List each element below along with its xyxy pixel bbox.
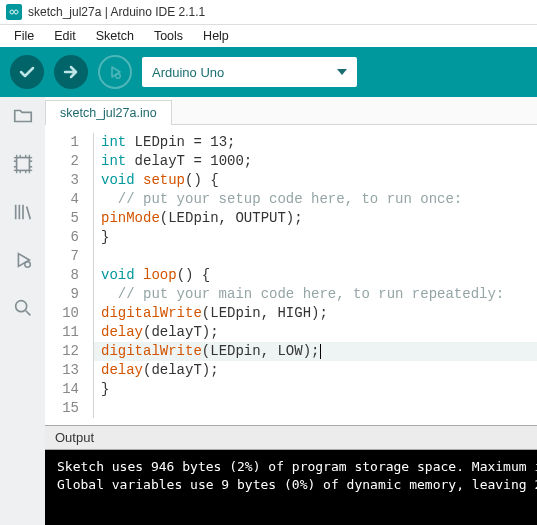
svg-point-3 xyxy=(15,301,26,312)
code-line[interactable]: // put your setup code here, to run once… xyxy=(93,190,537,209)
upload-button[interactable] xyxy=(54,55,88,89)
activity-bar xyxy=(0,97,45,525)
output-panel-body: Sketch uses 946 bytes (2%) of program st… xyxy=(45,450,537,525)
code-line[interactable]: delay(delayT); xyxy=(93,361,537,380)
code-editor[interactable]: 123456789101112131415 int LEDpin = 13;in… xyxy=(45,125,537,425)
debug-panel-icon[interactable] xyxy=(10,247,36,273)
code-line[interactable]: } xyxy=(93,380,537,399)
editor-tabs: sketch_jul27a.ino xyxy=(45,97,537,125)
output-panel-header[interactable]: Output xyxy=(45,425,537,450)
menu-file[interactable]: File xyxy=(4,27,44,45)
line-gutter: 123456789101112131415 xyxy=(45,133,93,425)
board-selector[interactable]: Arduino Uno xyxy=(142,57,357,87)
code-line[interactable]: delay(delayT); xyxy=(93,323,537,342)
debug-button[interactable] xyxy=(98,55,132,89)
svg-point-2 xyxy=(24,262,30,268)
code-line[interactable]: digitalWrite(LEDpin, HIGH); xyxy=(93,304,537,323)
menu-tools[interactable]: Tools xyxy=(144,27,193,45)
toolbar: Arduino Uno xyxy=(0,47,537,97)
code-line[interactable] xyxy=(93,247,537,266)
boards-manager-icon[interactable] xyxy=(10,151,36,177)
tab-sketch[interactable]: sketch_jul27a.ino xyxy=(45,100,172,125)
chevron-down-icon xyxy=(337,69,347,75)
search-icon[interactable] xyxy=(10,295,36,321)
code-line[interactable]: // put your main code here, to run repea… xyxy=(93,285,537,304)
code-line[interactable]: int delayT = 1000; xyxy=(93,152,537,171)
code-content[interactable]: int LEDpin = 13;int delayT = 1000;void s… xyxy=(93,133,537,425)
code-line[interactable]: } xyxy=(93,228,537,247)
code-line[interactable]: void loop() { xyxy=(93,266,537,285)
titlebar: sketch_jul27a | Arduino IDE 2.1.1 xyxy=(0,0,537,25)
menu-edit[interactable]: Edit xyxy=(44,27,86,45)
svg-rect-1 xyxy=(16,158,29,171)
verify-button[interactable] xyxy=(10,55,44,89)
library-manager-icon[interactable] xyxy=(10,199,36,225)
menu-help[interactable]: Help xyxy=(193,27,239,45)
board-selected-label: Arduino Uno xyxy=(152,65,224,80)
output-line: Sketch uses 946 bytes (2%) of program st… xyxy=(57,458,525,476)
code-line[interactable]: void setup() { xyxy=(93,171,537,190)
code-line[interactable] xyxy=(93,399,537,418)
window-title: sketch_jul27a | Arduino IDE 2.1.1 xyxy=(28,5,205,19)
arduino-app-icon xyxy=(6,4,22,20)
menubar: File Edit Sketch Tools Help xyxy=(0,25,537,47)
menu-sketch[interactable]: Sketch xyxy=(86,27,144,45)
folder-icon[interactable] xyxy=(10,103,36,129)
code-line[interactable]: digitalWrite(LEDpin, LOW); xyxy=(93,342,537,361)
svg-point-0 xyxy=(116,74,121,79)
output-line: Global variables use 9 bytes (0%) of dyn… xyxy=(57,476,525,494)
code-line[interactable]: int LEDpin = 13; xyxy=(93,133,537,152)
code-line[interactable]: pinMode(LEDpin, OUTPUT); xyxy=(93,209,537,228)
